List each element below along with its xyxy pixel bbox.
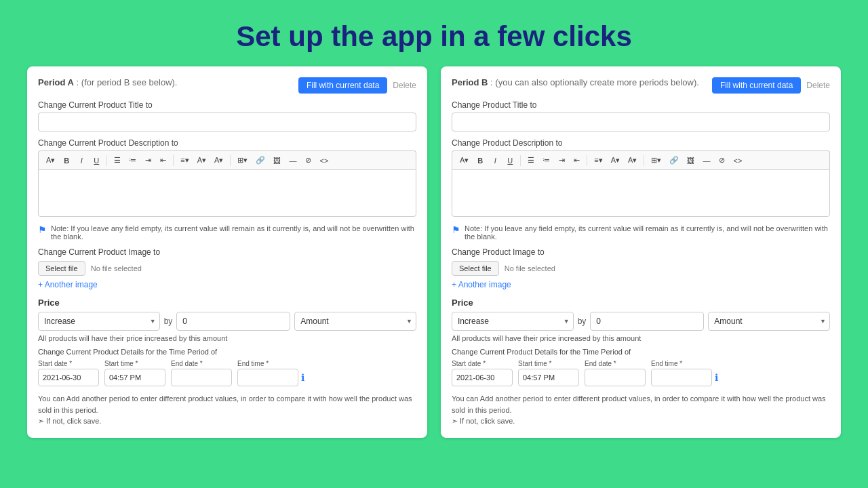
end-date-input-a[interactable] bbox=[171, 369, 232, 386]
note-icon-b: ⚑ bbox=[452, 224, 460, 235]
end-time-input-b[interactable] bbox=[651, 369, 712, 386]
start-date-input-b[interactable] bbox=[452, 369, 513, 386]
toolbar-font-b[interactable]: A▾ bbox=[456, 154, 472, 167]
start-date-input-a[interactable] bbox=[38, 369, 99, 386]
toolbar-underline-b[interactable]: U bbox=[503, 155, 517, 167]
description-editor-b[interactable] bbox=[452, 169, 830, 217]
price-note-a: All products will have their price incre… bbox=[38, 334, 416, 342]
toolbar-link-b[interactable]: 🔗 bbox=[666, 154, 682, 167]
price-amount-select-a[interactable]: Amount Percentage bbox=[294, 312, 416, 331]
another-image-link-b[interactable]: + Another image bbox=[452, 280, 511, 289]
price-note-b: All products will have their price incre… bbox=[452, 334, 830, 342]
end-date-label-b: End date * bbox=[585, 360, 646, 367]
desc-field-label-a: Change Current Product Description to bbox=[38, 138, 416, 148]
price-type-select-a[interactable]: Increase Decrease bbox=[38, 312, 160, 331]
price-type-select-wrapper-b: Increase Decrease bbox=[452, 312, 574, 331]
toolbar-indent-b[interactable]: ⇥ bbox=[555, 154, 568, 167]
price-number-input-a[interactable] bbox=[176, 312, 290, 331]
description-editor-a[interactable] bbox=[38, 169, 416, 217]
desc-field-label-b: Change Product Description to bbox=[452, 138, 830, 148]
sep3-a bbox=[230, 155, 231, 166]
toolbar-clear-b[interactable]: ⊘ bbox=[715, 154, 728, 167]
file-name-a: No file selected bbox=[91, 264, 142, 272]
price-amount-select-b[interactable]: Amount Percentage bbox=[708, 312, 830, 331]
toolbar-bgcolor-b[interactable]: A▾ bbox=[625, 154, 640, 167]
toolbar-bold-b[interactable]: B bbox=[473, 155, 487, 167]
end-date-label-a: End date * bbox=[171, 360, 232, 367]
price-row-a: Increase Decrease by Amount Percentage bbox=[38, 312, 416, 331]
end-time-input-a[interactable] bbox=[237, 369, 298, 386]
fill-current-data-button-a[interactable]: Fill with current data bbox=[298, 77, 387, 94]
panel-a-header: Period A : (for period B see below). Fil… bbox=[38, 77, 416, 94]
toolbar-color-a[interactable]: A▾ bbox=[194, 154, 210, 167]
sep1-a bbox=[106, 155, 107, 166]
toolbar-ol-a[interactable]: ≔ bbox=[125, 154, 140, 167]
toolbar-bold-a[interactable]: B bbox=[60, 155, 73, 167]
toolbar-image-b[interactable]: 🖼 bbox=[684, 155, 698, 167]
toolbar-align-a[interactable]: ≡▾ bbox=[177, 154, 192, 167]
toolbar-hr-b[interactable]: — bbox=[699, 155, 713, 167]
help-icon-a[interactable]: ℹ bbox=[301, 372, 304, 383]
toolbar-table-a[interactable]: ⊞▾ bbox=[234, 154, 251, 167]
start-date-label-b: Start date * bbox=[452, 360, 513, 367]
toolbar-ul-a[interactable]: ☰ bbox=[111, 154, 124, 167]
sep1-b bbox=[520, 155, 521, 166]
toolbar-align-b[interactable]: ≡▾ bbox=[591, 154, 606, 167]
toolbar-clear-a[interactable]: ⊘ bbox=[301, 154, 315, 167]
toolbar-link-a[interactable]: 🔗 bbox=[252, 154, 269, 167]
by-label-b: by bbox=[578, 317, 587, 326]
end-time-label-b: End time * bbox=[651, 360, 718, 367]
toolbar-font-a[interactable]: A▾ bbox=[43, 154, 58, 167]
price-number-input-b[interactable] bbox=[590, 312, 704, 331]
toolbar-italic-b[interactable]: I bbox=[488, 155, 502, 167]
title-field-label-a: Change Current Product Title to bbox=[38, 100, 416, 110]
start-time-field-a: Start time * bbox=[104, 360, 165, 386]
start-time-label-b: Start time * bbox=[518, 360, 579, 367]
toolbar-ol-b[interactable]: ≔ bbox=[539, 154, 553, 167]
toolbar-outdent-b[interactable]: ⇤ bbox=[570, 154, 583, 167]
sep2-b bbox=[587, 155, 587, 166]
toolbar-underline-a[interactable]: U bbox=[90, 155, 103, 167]
toolbar-italic-a[interactable]: I bbox=[75, 155, 88, 167]
footer-note-text-b: You can Add another period to enter diff… bbox=[452, 393, 830, 415]
select-file-button-a[interactable]: Select file bbox=[38, 261, 85, 276]
title-input-a[interactable] bbox=[38, 113, 416, 131]
select-file-button-b[interactable]: Select file bbox=[452, 261, 499, 276]
delete-button-a[interactable]: Delete bbox=[393, 81, 416, 90]
help-icon-b[interactable]: ℹ bbox=[715, 372, 718, 383]
note-icon-a: ⚑ bbox=[38, 224, 47, 235]
title-field-label-b: Change Product Title to bbox=[452, 100, 830, 110]
toolbar-bgcolor-a[interactable]: A▾ bbox=[211, 154, 226, 167]
fill-current-data-button-b[interactable]: Fill with current data bbox=[712, 77, 801, 94]
price-type-select-b[interactable]: Increase Decrease bbox=[452, 312, 574, 331]
toolbar-table-b[interactable]: ⊞▾ bbox=[648, 154, 665, 167]
start-date-field-a: Start date * bbox=[38, 360, 99, 386]
file-name-b: No file selected bbox=[505, 264, 555, 272]
start-time-input-b[interactable] bbox=[518, 369, 579, 386]
toolbar-hr-a[interactable]: — bbox=[285, 155, 300, 167]
panel-b: Period B : (you can also optionally crea… bbox=[441, 66, 841, 438]
toolbar-source-a[interactable]: <> bbox=[316, 155, 332, 167]
toolbar-color-b[interactable]: A▾ bbox=[608, 154, 623, 167]
period-b-subtitle: : (you can also optionally create more p… bbox=[490, 77, 699, 87]
toolbar-ul-b[interactable]: ☰ bbox=[524, 154, 538, 167]
footer-note-b: You can Add another period to enter diff… bbox=[452, 393, 830, 427]
another-image-link-a[interactable]: + Another image bbox=[38, 280, 98, 289]
toolbar-indent-a[interactable]: ⇥ bbox=[141, 154, 155, 167]
delete-button-b[interactable]: Delete bbox=[806, 81, 830, 90]
period-a-label: Period A bbox=[38, 77, 74, 87]
period-details-label-b: Change Current Product Details for the T… bbox=[452, 348, 830, 356]
toolbar-outdent-a[interactable]: ⇤ bbox=[156, 154, 170, 167]
toolbar-image-a[interactable]: 🖼 bbox=[270, 155, 284, 167]
period-b-label: Period B bbox=[452, 77, 488, 87]
note-text-b: Note: If you leave any field empty, its … bbox=[465, 224, 830, 241]
start-time-input-a[interactable] bbox=[104, 369, 165, 386]
footer-note-2-b: ➣ If not, click save. bbox=[452, 415, 830, 427]
toolbar-source-b[interactable]: <> bbox=[730, 155, 745, 167]
title-input-b[interactable] bbox=[452, 113, 830, 131]
by-label-a: by bbox=[164, 317, 173, 326]
footer-note-text-a: You can Add another period to enter diff… bbox=[38, 393, 416, 415]
image-label-b: Change Product Image to bbox=[452, 247, 830, 257]
end-date-input-b[interactable] bbox=[585, 369, 646, 386]
end-time-field-b: End time * ℹ bbox=[651, 360, 718, 386]
